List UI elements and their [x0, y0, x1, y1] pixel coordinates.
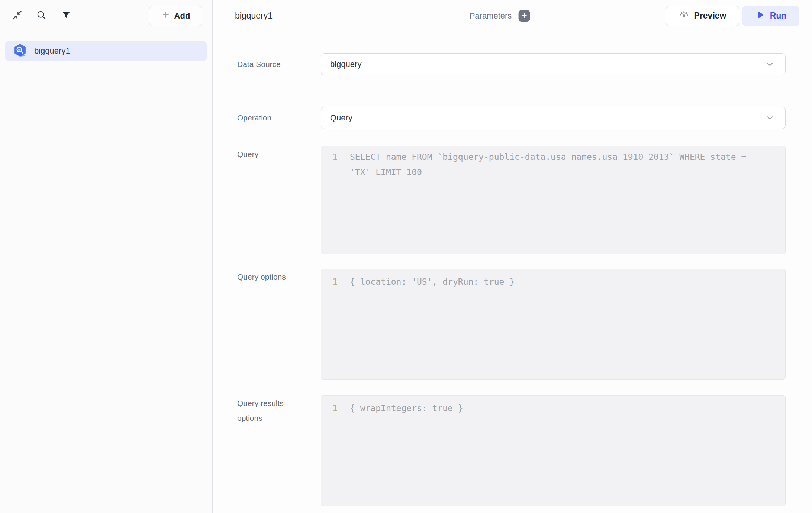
- query-placeholder-text: SELECT name FROM `bigquery-public-data.u…: [350, 149, 763, 180]
- query-name[interactable]: bigquery1: [235, 11, 273, 21]
- query-options-editor[interactable]: 1 { location: 'US', dryRun: true }: [321, 269, 786, 380]
- search-queries-button[interactable]: [34, 9, 49, 23]
- query-options-label: Query options: [237, 269, 321, 380]
- query-row: Query 1 SELECT name FROM `bigquery-publi…: [237, 146, 812, 254]
- search-icon: [36, 10, 47, 22]
- query-results-options-label: Query results options: [237, 395, 321, 506]
- add-parameter-button[interactable]: [518, 10, 530, 22]
- query-editor-panel: bigquery1 Parameters: [213, 0, 812, 513]
- run-button-label: Run: [770, 11, 787, 21]
- chevron-down-icon: [765, 113, 775, 123]
- run-button[interactable]: Run: [742, 6, 799, 26]
- header-actions: Preview Run: [666, 6, 799, 26]
- add-button-label: Add: [174, 11, 190, 21]
- bigquery-icon: [13, 43, 28, 59]
- query-config-form: Data Source bigquery Operation: [213, 32, 812, 513]
- collapse-panel-button[interactable]: [10, 9, 25, 23]
- query-results-options-editor[interactable]: 1 { wrapIntegers: true }: [321, 395, 786, 506]
- data-source-row: Data Source bigquery: [237, 53, 812, 75]
- data-source-label: Data Source: [237, 53, 321, 75]
- chevron-down-icon: [765, 59, 775, 69]
- play-icon: [755, 10, 765, 22]
- line-number: 1: [321, 274, 338, 290]
- operation-row: Operation Query: [237, 107, 812, 129]
- query-builder-window: Add bigquery1 bigquery1: [0, 0, 812, 513]
- add-query-button[interactable]: Add: [149, 6, 202, 26]
- operation-select[interactable]: Query: [321, 107, 786, 129]
- query-results-options-row: Query results options 1 { wrapIntegers: …: [237, 395, 812, 506]
- preview-button[interactable]: Preview: [666, 6, 739, 26]
- query-results-options-placeholder-text: { wrapIntegers: true }: [350, 401, 763, 416]
- sidebar-toolbar: Add: [0, 0, 212, 32]
- preview-button-label: Preview: [694, 11, 726, 21]
- operation-label: Operation: [237, 107, 321, 129]
- query-code-editor[interactable]: 1 SELECT name FROM `bigquery-public-data…: [321, 146, 786, 254]
- plus-icon: [521, 12, 528, 20]
- query-sidebar: Add bigquery1: [0, 0, 213, 513]
- parameters-group: Parameters: [470, 10, 530, 22]
- query-options-placeholder-text: { location: 'US', dryRun: true }: [350, 274, 763, 290]
- filter-queries-button[interactable]: [59, 9, 74, 23]
- line-number: 1: [321, 149, 338, 165]
- query-item-label: bigquery1: [34, 46, 70, 56]
- query-options-row: Query options 1 { location: 'US', dryRun…: [237, 269, 812, 380]
- plus-icon: [161, 10, 170, 22]
- query-list-item-bigquery1[interactable]: bigquery1: [5, 41, 207, 61]
- query-list: bigquery1: [0, 32, 212, 70]
- filter-icon: [61, 10, 71, 21]
- operation-value: Query: [330, 113, 352, 123]
- eye-icon: [679, 10, 689, 22]
- collapse-icon: [12, 10, 22, 22]
- line-number: 1: [321, 401, 338, 416]
- query-label: Query: [237, 146, 321, 254]
- query-editor-header: bigquery1 Parameters: [213, 0, 812, 32]
- data-source-select[interactable]: bigquery: [321, 53, 786, 75]
- parameters-label: Parameters: [470, 11, 512, 21]
- data-source-value: bigquery: [330, 59, 361, 69]
